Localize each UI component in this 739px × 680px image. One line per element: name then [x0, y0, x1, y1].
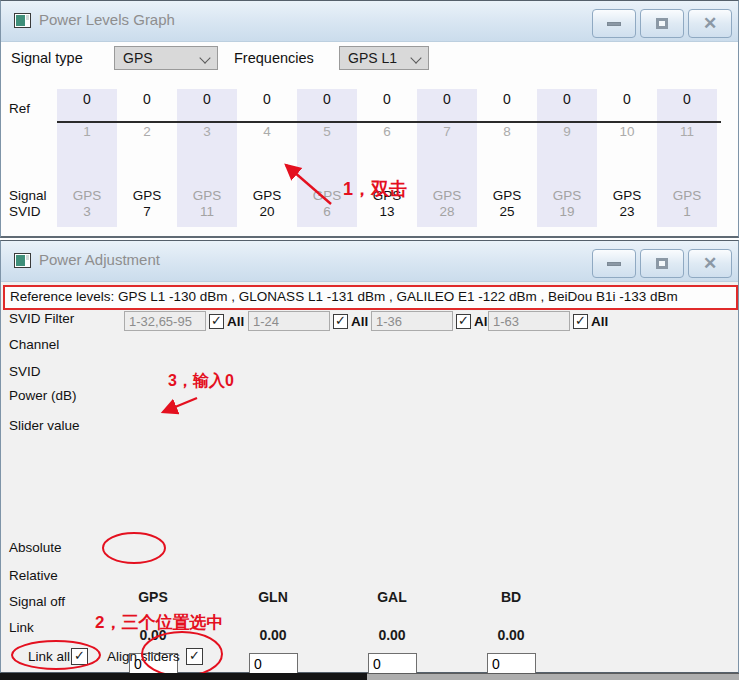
link-all-label: Link all	[28, 649, 70, 664]
taskbar-strip	[0, 673, 367, 680]
channel-ref-value: 0	[117, 91, 177, 107]
power-value: 0.00	[362, 627, 422, 643]
column-header: GLN	[243, 589, 303, 605]
minimize-button[interactable]	[592, 9, 636, 38]
reference-levels-highlight-box: Reference levels: GPS L1 -130 dBm , GLON…	[3, 285, 738, 310]
graph-channel-column[interactable]: 0 10 GPS 23	[597, 89, 657, 227]
channel-svid: 1	[657, 204, 717, 219]
channel-number: 8	[477, 124, 537, 139]
svid-row-label: SVID	[9, 204, 41, 219]
graph-window-title: Power Levels Graph	[39, 11, 175, 28]
signal-row-label: Signal	[9, 188, 47, 203]
svid-filter-all-checkbox[interactable]: ✓	[209, 314, 224, 329]
channel-svid: 7	[117, 204, 177, 219]
graph-channel-column[interactable]: 0 4 GPS 20	[237, 89, 297, 227]
power-db-label: Power (dB)	[9, 388, 77, 403]
adjust-window-title: Power Adjustment	[39, 251, 160, 268]
close-button[interactable]: ✕	[688, 9, 732, 38]
frequencies-label: Frequencies	[234, 50, 314, 66]
channel-svid: 23	[597, 204, 657, 219]
svid-filter-all-checkbox[interactable]: ✓	[456, 314, 471, 329]
svid-filter-field[interactable]: 1-32,65-95	[124, 311, 206, 331]
align-sliders-checkbox[interactable]: ✓	[186, 648, 203, 665]
slider-value-input[interactable]	[249, 653, 298, 674]
channel-number: 10	[597, 124, 657, 139]
channel-number: 4	[237, 124, 297, 139]
column-header: BD	[481, 589, 541, 605]
ref-row-label: Ref	[9, 101, 30, 116]
frequencies-value: GPS L1	[348, 50, 397, 66]
channel-signal: GPS	[597, 188, 657, 203]
channel-svid: 19	[537, 204, 597, 219]
chevron-down-icon	[410, 52, 421, 63]
adjust-column: GAL 0.00 + ✓ ✓	[362, 581, 422, 680]
channel-ref-value: 0	[237, 91, 297, 107]
maximize-button[interactable]	[640, 249, 684, 278]
link-all-checkbox[interactable]: ✓	[71, 648, 88, 665]
channel-signal: GPS	[57, 188, 117, 203]
channel-number: 1	[57, 124, 117, 139]
power-levels-graph-window: Power Levels Graph ✕ Signal type GPS Fre…	[0, 0, 739, 238]
graph-channel-column[interactable]: 0 3 GPS 11	[177, 89, 237, 227]
svid-label: SVID	[9, 364, 41, 379]
channel-signal: GPS	[177, 188, 237, 203]
minimize-button[interactable]	[592, 249, 636, 278]
slider-value-input[interactable]	[487, 653, 536, 674]
slider-value-label: Slider value	[9, 418, 80, 433]
channel-signal: GPS	[417, 188, 477, 203]
annotation-step1: 1，双击	[343, 177, 407, 201]
link-label: Link	[9, 620, 34, 635]
screen: Power Levels Graph ✕ Signal type GPS Fre…	[0, 0, 739, 680]
adjust-column: GLN 0.00 + ✓ ✓	[243, 581, 303, 680]
slider-value-input[interactable]	[368, 653, 417, 674]
svid-filter-field[interactable]: 1-36	[371, 311, 453, 331]
align-sliders-label: Align sliders	[107, 649, 180, 664]
annotation-step2: 2，三个位置选中	[95, 611, 223, 634]
channel-svid: 13	[357, 204, 417, 219]
channel-number: 9	[537, 124, 597, 139]
channel-ref-value: 0	[477, 91, 537, 107]
channel-svid: 20	[237, 204, 297, 219]
graph-channel-column[interactable]: 0 6 GPS 13	[357, 89, 417, 227]
frequencies-dropdown[interactable]: GPS L1	[339, 46, 429, 70]
channel-number: 7	[417, 124, 477, 139]
svid-filter-field[interactable]: 1-24	[248, 311, 330, 331]
channel-ref-value: 0	[297, 91, 357, 107]
absolute-label: Absolute	[9, 540, 62, 555]
column-header: GAL	[362, 589, 422, 605]
maximize-icon	[656, 18, 668, 29]
graph-channel-column[interactable]: 0 2 GPS 7	[117, 89, 177, 227]
close-icon: ✕	[703, 15, 717, 32]
svid-filter-field[interactable]: 1-63	[488, 311, 570, 331]
channel-number: 5	[297, 124, 357, 139]
channel-number: 11	[657, 124, 717, 139]
graph-axis-line	[57, 121, 721, 123]
close-icon: ✕	[703, 255, 717, 272]
signal-type-dropdown[interactable]: GPS	[114, 46, 218, 70]
svid-filter-all-checkbox[interactable]: ✓	[333, 314, 348, 329]
chevron-down-icon	[199, 52, 210, 63]
close-button[interactable]: ✕	[688, 249, 732, 278]
channel-svid: 11	[177, 204, 237, 219]
channel-ref-value: 0	[417, 91, 477, 107]
graph-channel-column[interactable]: 0 7 GPS 28	[417, 89, 477, 227]
adjust-window-titlebar: Power Adjustment ✕	[1, 241, 738, 282]
signal-type-label: Signal type	[11, 50, 83, 66]
maximize-icon	[656, 258, 668, 269]
graph-channel-column[interactable]: 0 1 GPS 3	[57, 89, 117, 227]
channel-number: 2	[117, 124, 177, 139]
channel-ref-value: 0	[357, 91, 417, 107]
channel-ref-value: 0	[597, 91, 657, 107]
graph-channel-column[interactable]: 0 11 GPS 1	[657, 89, 717, 227]
channel-label: Channel	[9, 337, 59, 352]
svid-filter-all-label: All	[227, 314, 244, 329]
maximize-button[interactable]	[640, 9, 684, 38]
svid-filter-all-label: All	[591, 314, 608, 329]
graph-channel-column[interactable]: 0 9 GPS 19	[537, 89, 597, 227]
svid-filter-group: 1-32,65-95 ✓ All	[124, 310, 244, 332]
channel-svid: 3	[57, 204, 117, 219]
channel-signal: GPS	[237, 188, 297, 203]
graph-channel-column[interactable]: 0 8 GPS 25	[477, 89, 537, 227]
graph-channel-column[interactable]: 0 5 GPS 6	[297, 89, 357, 227]
svid-filter-all-checkbox[interactable]: ✓	[573, 314, 588, 329]
